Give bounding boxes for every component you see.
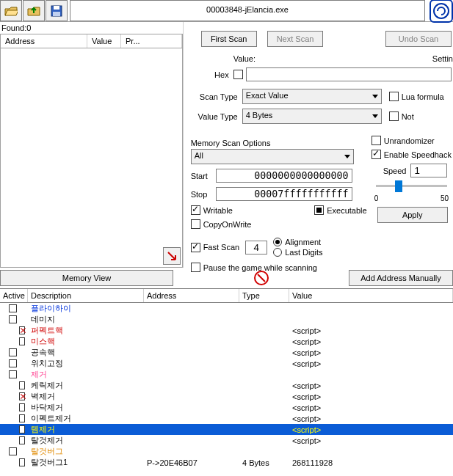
app-logo[interactable] xyxy=(430,0,453,23)
col-type[interactable]: Type xyxy=(239,289,289,302)
fast-scan-checkbox[interactable] xyxy=(191,243,200,252)
not-checkbox[interactable] xyxy=(389,111,399,121)
col-val2[interactable]: Value xyxy=(289,289,453,302)
active-checkbox[interactable] xyxy=(9,359,17,367)
hex-label: Hex xyxy=(186,70,229,79)
cell-desc: 미스핵 xyxy=(28,336,144,347)
copyonwrite-checkbox[interactable] xyxy=(191,219,200,229)
results-list[interactable] xyxy=(0,48,183,268)
fast-scan-input[interactable] xyxy=(245,241,267,255)
collapse-button[interactable] xyxy=(163,247,181,265)
first-scan-button[interactable]: First Scan xyxy=(201,31,257,47)
save-button[interactable] xyxy=(46,0,68,21)
cell-val: <script> xyxy=(289,337,453,346)
active-checkbox[interactable] xyxy=(19,436,25,444)
unrandomizer-label: Unrandomizer xyxy=(384,136,435,145)
stop-label: Stop xyxy=(191,190,216,199)
active-checkbox[interactable] xyxy=(9,370,17,378)
cheat-table-header: Active Description Address Type Value xyxy=(0,288,453,303)
table-row[interactable]: 공속핵<script> xyxy=(0,347,453,358)
table-row[interactable]: 탈것버그1P->20E46B074 Bytes268111928 xyxy=(0,457,453,468)
start-input[interactable] xyxy=(216,169,352,183)
apply-button[interactable]: Apply xyxy=(377,207,448,223)
executable-checkbox[interactable] xyxy=(314,205,324,215)
table-row[interactable]: 이펙트제거<script> xyxy=(0,413,453,424)
active-checkbox[interactable] xyxy=(19,425,25,433)
col-addr2[interactable]: Address xyxy=(144,289,239,302)
table-row[interactable]: 탈것제거<script> xyxy=(0,435,453,446)
value-type-combo[interactable]: 4 Bytes xyxy=(242,109,382,124)
clear-list-icon[interactable] xyxy=(254,271,269,285)
value-label: Value: xyxy=(233,54,256,63)
settings-link[interactable]: Settin xyxy=(432,54,453,63)
active-checkbox[interactable] xyxy=(9,348,17,356)
cell-val: <script> xyxy=(289,403,453,412)
cheat-table[interactable]: 플라이하이데미지퍼펙트핵<script>미스핵<script>공속핵<scrip… xyxy=(0,303,453,468)
pause-checkbox[interactable] xyxy=(191,263,200,272)
open-file-button[interactable] xyxy=(0,0,22,21)
cell-desc: 벽제거 xyxy=(28,391,144,402)
add-address-button[interactable]: Add Address Manually xyxy=(349,270,453,286)
cell-desc: 탈것버그1 xyxy=(28,457,144,468)
executable-label: Executable xyxy=(327,206,366,215)
col-previous[interactable]: Pr... xyxy=(121,34,182,48)
table-row[interactable]: 케릭제거<script> xyxy=(0,380,453,391)
table-row[interactable]: 바닥제거<script> xyxy=(0,402,453,413)
hex-checkbox[interactable] xyxy=(233,70,243,79)
last-digits-label: Last Digits xyxy=(285,248,322,257)
col-desc[interactable]: Description xyxy=(28,289,144,302)
open-process-button[interactable] xyxy=(23,0,45,21)
writable-checkbox[interactable] xyxy=(191,205,200,215)
speedhack-label: Enable Speedhack xyxy=(384,150,452,159)
cell-desc: 바닥제거 xyxy=(28,402,144,413)
last-digits-radio[interactable] xyxy=(273,248,282,257)
speedhack-checkbox[interactable] xyxy=(372,150,381,159)
speed-slider[interactable] xyxy=(376,185,447,187)
table-row[interactable]: 데미지 xyxy=(0,314,453,325)
active-checkbox[interactable] xyxy=(9,315,17,323)
col-active[interactable]: Active xyxy=(0,289,28,302)
active-checkbox[interactable] xyxy=(19,326,25,334)
value-input[interactable] xyxy=(246,67,452,81)
table-row[interactable]: 템제거<script> xyxy=(0,424,453,435)
table-row[interactable]: 미스핵<script> xyxy=(0,336,453,347)
slider-thumb[interactable] xyxy=(395,180,402,192)
floppy-icon xyxy=(51,5,62,17)
active-checkbox[interactable] xyxy=(9,447,17,455)
col-address[interactable]: Address xyxy=(1,34,87,48)
active-checkbox[interactable] xyxy=(9,304,17,312)
table-row[interactable]: 위치고정<script> xyxy=(0,358,453,369)
alignment-label: Alignment xyxy=(285,238,321,246)
mem-region-combo[interactable]: All xyxy=(191,149,354,164)
progress-bar: 00003848-jElancia.exe xyxy=(70,0,425,21)
table-row[interactable]: 제거 xyxy=(0,369,453,380)
arrow-down-right-icon xyxy=(167,251,177,261)
col-value[interactable]: Value xyxy=(87,34,121,48)
scan-type-combo[interactable]: Exact Value xyxy=(242,89,382,104)
active-checkbox[interactable] xyxy=(19,403,25,411)
table-row[interactable]: 벽제거<script> xyxy=(0,391,453,402)
cell-desc: 템제거 xyxy=(28,424,144,435)
alignment-radio[interactable] xyxy=(273,238,282,246)
active-checkbox[interactable] xyxy=(19,381,25,389)
undo-scan-button: Undo Scan xyxy=(385,31,452,47)
speed-input[interactable] xyxy=(410,164,447,177)
table-row[interactable]: 플라이하이 xyxy=(0,303,453,314)
cell-desc: 퍼펙트핵 xyxy=(28,325,144,336)
unrandomizer-checkbox[interactable] xyxy=(372,136,381,145)
cell-desc: 플라이하이 xyxy=(28,303,144,314)
table-row[interactable]: 퍼펙트핵<script> xyxy=(0,325,453,336)
active-checkbox[interactable] xyxy=(19,337,25,345)
memory-view-button[interactable]: Memory View xyxy=(0,270,173,286)
cell-desc: 이펙트제거 xyxy=(28,413,144,424)
cell-val: <script> xyxy=(289,348,453,357)
active-checkbox[interactable] xyxy=(19,414,25,422)
active-checkbox[interactable] xyxy=(19,392,25,400)
stop-input[interactable] xyxy=(216,187,352,201)
lua-checkbox[interactable] xyxy=(389,92,399,101)
table-row[interactable]: 탈것버그 xyxy=(0,446,453,457)
svg-point-3 xyxy=(434,4,449,18)
cell-val: <script> xyxy=(289,414,453,423)
active-checkbox[interactable] xyxy=(19,458,25,466)
found-count: Found:0 xyxy=(0,22,183,34)
